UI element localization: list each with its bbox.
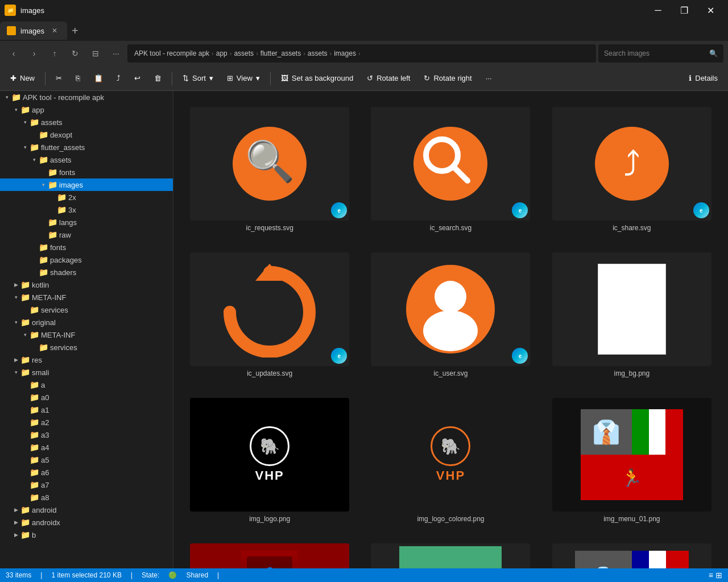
tab-label: images [20, 27, 44, 35]
sidebar-item-android[interactable]: ▶ 📁 android [0, 504, 173, 516]
share-button[interactable]: ⤴ [111, 69, 126, 88]
close-button[interactable]: ✕ [697, 0, 723, 20]
sidebar-item-fonts2[interactable]: ▶ 📁 fonts [0, 241, 173, 253]
file-item-ic-updates[interactable]: e ic_updates.svg [185, 248, 354, 382]
sidebar-item-a6[interactable]: ▶ 📁 a6 [0, 466, 173, 479]
sidebar-item-shaders[interactable]: ▶ 📁 shaders [0, 266, 173, 278]
sidebar-item-dexopt[interactable]: ▾ 📁 dexopt [0, 128, 173, 141]
sidebar-item-fonts[interactable]: ▶ 📁 fonts [0, 166, 173, 178]
more-nav-button[interactable]: ··· [107, 44, 125, 63]
file-item-ic-share[interactable]: ⤴ e ic_share.svg [547, 102, 717, 236]
sidebar-item-3x[interactable]: ▶ 📁 3x [0, 203, 173, 216]
sidebar-item-meta-inf[interactable]: ▾ 📁 META-INF [0, 291, 173, 304]
sidebar-item-a1[interactable]: ▶ 📁 a1 [0, 404, 173, 416]
file-thumbnail [552, 252, 712, 366]
more-options-button[interactable]: ··· [480, 69, 498, 88]
file-name: img_logo.png [249, 515, 290, 523]
tab-images[interactable]: images ✕ [0, 22, 67, 40]
file-item-ic-user[interactable]: e ic_user.svg [366, 248, 535, 382]
breadcrumb-assets[interactable]: assets [234, 49, 254, 57]
file-item-ic-search[interactable]: e ic_search.svg [366, 102, 535, 236]
sidebar-item-raw[interactable]: ▶ 📁 raw [0, 228, 173, 241]
sidebar-item-kotlin[interactable]: ▶ 📁 kotlin [0, 278, 173, 291]
file-item-img-bg[interactable]: img_bg.png [547, 248, 717, 382]
expand-button[interactable]: ⊟ [86, 44, 105, 63]
sidebar-item-assets[interactable]: ▾ 📁 assets [0, 116, 173, 128]
sidebar-item-a7[interactable]: ▶ 📁 a7 [0, 479, 173, 491]
up-button[interactable]: ↑ [46, 44, 64, 63]
sidebar-item-a2[interactable]: ▶ 📁 a2 [0, 416, 173, 429]
vhp-logo-colored: 🐘 VHP [431, 426, 470, 483]
sidebar-item-a0[interactable]: ▶ 📁 a0 [0, 391, 173, 404]
status-view-controls: ≡ ⊞ [709, 571, 722, 580]
new-button[interactable]: ✚ New [5, 69, 40, 88]
file-name: img_logo_colored.png [417, 515, 484, 523]
forward-button[interactable]: › [25, 44, 43, 63]
copy-button[interactable]: ⎘ [70, 69, 86, 88]
breadcrumb-images[interactable]: images [334, 49, 356, 57]
file-item-img-onboard[interactable]: 👔 🏳️ 👨‍💼 img_onboard.png [547, 539, 717, 568]
minimize-button[interactable]: ─ [645, 0, 671, 20]
folder-icon: 📁 [11, 93, 20, 102]
maximize-button[interactable]: ❐ [671, 0, 697, 20]
sidebar-item-androidx[interactable]: ▶ 📁 androidx [0, 516, 173, 529]
sidebar-item-langs[interactable]: ▶ 📁 langs [0, 216, 173, 228]
details-button[interactable]: ℹ Details [683, 69, 723, 88]
sort-button[interactable]: ⇅ Sort ▾ [177, 69, 219, 88]
rotate-right-button[interactable]: ↻ Rotate right [418, 69, 477, 88]
sidebar-item-services2[interactable]: ▶ 📁 services [0, 341, 173, 354]
view-grid-button[interactable]: ⊞ [715, 571, 722, 580]
breadcrumb-flutter-assets[interactable]: flutter_assets [260, 49, 301, 57]
delete-button[interactable]: 🗑 [148, 69, 167, 88]
file-item-img-logo-colored[interactable]: 🐘 VHP img_logo_colored.png [366, 393, 535, 527]
tab-close-button[interactable]: ✕ [49, 25, 60, 36]
breadcrumb-assets2[interactable]: assets [308, 49, 328, 57]
sidebar-item-images[interactable]: ▾ 📁 images [0, 178, 173, 191]
sidebar-item-assets2[interactable]: ▾ 📁 assets [0, 153, 173, 166]
sidebar-item-a5[interactable]: ▶ 📁 a5 [0, 454, 173, 466]
sidebar-item-services[interactable]: ▶ 📁 services [0, 304, 173, 316]
view-list-button[interactable]: ≡ [709, 571, 713, 580]
menu03-preview [399, 546, 502, 568]
breadcrumb[interactable]: APK tool - recompile apk › app › assets … [127, 44, 596, 63]
sidebar-item-a[interactable]: ▶ 📁 a [0, 379, 173, 391]
breadcrumb-apktool[interactable]: APK tool - recompile apk [134, 49, 209, 57]
sidebar-item-apktool[interactable]: ▾ 📁 APK tool - recompile apk [0, 91, 173, 103]
file-name: ic_user.svg [433, 369, 468, 377]
sidebar-item-a3[interactable]: ▶ 📁 a3 [0, 429, 173, 441]
cut-button[interactable]: ✂ [50, 69, 68, 88]
status-selection: 1 item selected 210 KB [51, 571, 121, 579]
sidebar-item-original-meta[interactable]: ▾ 📁 META-INF [0, 329, 173, 341]
expand-arrow: ▾ [2, 93, 11, 102]
sidebar-label: a1 [41, 406, 49, 414]
rotate-left-button[interactable]: ↺ Rotate left [361, 69, 416, 88]
breadcrumb-app[interactable]: app [216, 49, 228, 57]
edge-icon: e [331, 348, 347, 364]
refresh-button[interactable]: ↻ [66, 44, 84, 63]
set-background-button[interactable]: 🖼 Set as background [275, 69, 359, 88]
search-bar[interactable]: Search images 🔍 [598, 44, 723, 63]
file-item-ic-requests[interactable]: 🔍 e ic_requests.svg [185, 102, 354, 236]
file-item-img-menu03[interactable]: img_menu_03.png [366, 539, 535, 568]
back-button[interactable]: ‹ [5, 44, 23, 63]
sidebar-item-a8[interactable]: ▶ 📁 a8 [0, 491, 173, 504]
new-tab-button[interactable]: + [67, 24, 83, 38]
move-button[interactable]: ↩ [129, 69, 146, 88]
paste-button[interactable]: 📋 [88, 69, 109, 88]
file-item-img-logo[interactable]: 🐘 VHP img_logo.png [185, 393, 354, 527]
sidebar-label: a [41, 381, 45, 389]
file-item-img-menu02[interactable]: 👤 🇸🇷 img_menu_02.png [185, 539, 354, 568]
sidebar-item-2x[interactable]: ▶ 📁 2x [0, 191, 173, 203]
sidebar-item-b[interactable]: ▶ 📁 b [0, 529, 173, 541]
sidebar-item-app[interactable]: ▾ 📁 app [0, 103, 173, 116]
sidebar-item-smali[interactable]: ▾ 📁 smali [0, 366, 173, 379]
view-button[interactable]: ⊞ View ▾ [221, 69, 266, 88]
sidebar-item-packages[interactable]: ▶ 📁 packages [0, 253, 173, 266]
sidebar-item-original[interactable]: ▾ 📁 original [0, 316, 173, 329]
sidebar-item-res[interactable]: ▶ 📁 res [0, 354, 173, 366]
sidebar-item-flutter-assets[interactable]: ▾ 📁 flutter_assets [0, 141, 173, 153]
menu01-preview: 👔 🏃 [581, 409, 683, 500]
sidebar-item-a4[interactable]: ▶ 📁 a4 [0, 441, 173, 454]
sort-icon: ⇅ [183, 74, 189, 82]
file-item-img-menu01[interactable]: 👔 🏃 img_menu_01.png [547, 393, 717, 527]
